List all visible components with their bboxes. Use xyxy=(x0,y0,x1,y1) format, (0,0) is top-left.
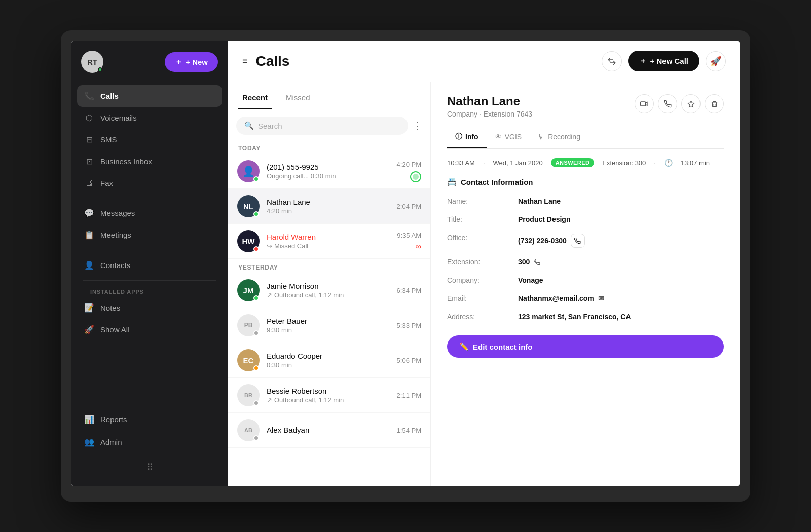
favorite-button[interactable] xyxy=(681,94,701,113)
online-status-dot xyxy=(98,67,102,72)
contact-card-icon: 📇 xyxy=(447,177,457,186)
sidebar-item-business-inbox[interactable]: ⊡ Business Inbox xyxy=(77,150,222,172)
call-item[interactable]: JM Jamie Morrison ↗ Outbound call, 1:12 … xyxy=(228,273,430,308)
delete-button[interactable] xyxy=(705,94,724,113)
status-dot xyxy=(253,330,259,336)
call-item[interactable]: PB Peter Bauer 9:30 min 5:33 PM xyxy=(228,308,430,343)
call-item[interactable]: HW Harold Warren ↪ Missed Call xyxy=(228,224,430,259)
microphone-icon: 🎙 xyxy=(538,133,545,141)
nav-divider-3 xyxy=(83,280,216,281)
detail-tab-info[interactable]: ⓘ Info xyxy=(447,127,487,148)
installed-apps-label: INSTALLED APPS xyxy=(77,285,222,297)
sidebar-item-admin[interactable]: 👥 Admin xyxy=(77,431,222,453)
call-sub: 4:20 min xyxy=(267,207,390,215)
meta-separator-2: · xyxy=(654,159,656,167)
call-item[interactable]: AB Alex Badyan 1:54 PM xyxy=(228,413,430,448)
new-button-label: + New xyxy=(186,58,208,66)
call-name: Bessie Robertson xyxy=(267,387,390,395)
call-sub: 9:30 min xyxy=(267,326,390,334)
contact-info-label: Contact Information xyxy=(461,178,533,186)
show-all-icon: 🚀 xyxy=(84,325,94,334)
call-avatar: 👤 xyxy=(237,160,260,182)
detail-actions xyxy=(635,94,724,113)
contacts-icon: 👤 xyxy=(84,260,94,270)
call-item[interactable]: EC Eduardo Cooper 0:30 min 5:06 PM xyxy=(228,343,430,378)
sidebar-item-messages[interactable]: 💬 Messages xyxy=(77,202,222,224)
nav-divider-4 xyxy=(77,398,222,398)
transfer-icon-button[interactable] xyxy=(602,51,622,71)
status-dot xyxy=(253,176,259,182)
meetings-icon: 📋 xyxy=(84,230,94,240)
field-email-value: Nathanmx@email.com ✉ xyxy=(518,292,724,305)
field-title-label: Title: xyxy=(447,213,518,226)
sidebar-item-meetings[interactable]: 📋 Meetings xyxy=(77,224,222,246)
ongoing-call-indicator xyxy=(410,171,421,182)
call-time: 5:33 PM xyxy=(397,322,421,329)
sidebar-item-fax[interactable]: 🖨 Fax xyxy=(77,172,222,194)
contact-info-grid: Name: Nathan Lane Title: Product Design … xyxy=(447,195,724,323)
more-options-icon[interactable]: ⋮ xyxy=(413,120,422,131)
phone-ext-icon xyxy=(534,259,540,265)
fax-icon: 🖨 xyxy=(84,178,94,187)
plus-icon: ＋ xyxy=(175,57,182,67)
sidebar-item-calls-label: Calls xyxy=(100,92,119,100)
call-list-panel: Recent Missed 🔍 ⋮ TODAY xyxy=(228,82,431,486)
detail-tab-vgis[interactable]: 👁 VGIS xyxy=(487,127,530,148)
call-button[interactable] xyxy=(658,94,677,113)
rocket-button[interactable]: 🚀 xyxy=(706,51,726,71)
messages-icon: 💬 xyxy=(84,208,94,218)
field-company-value: Vonage xyxy=(518,274,724,287)
call-info: (201) 555-9925 Ongoing call... 0:30 min xyxy=(267,163,390,180)
call-item[interactable]: 👤 (201) 555-9925 Ongoing call... 0:30 mi… xyxy=(228,154,430,189)
tab-missed[interactable]: Missed xyxy=(282,88,314,109)
sidebar-item-sms[interactable]: ⊟ SMS xyxy=(77,129,222,150)
sidebar-item-calls[interactable]: 📞 Calls xyxy=(77,85,222,107)
clock-icon: 🕐 xyxy=(664,159,673,167)
call-name: Eduardo Cooper xyxy=(267,352,390,360)
call-sub: ↪ Missed Call xyxy=(267,242,390,250)
call-info: Jamie Morrison ↗ Outbound call, 1:12 min xyxy=(267,282,390,299)
call-avatar: JM xyxy=(237,279,260,301)
video-call-button[interactable] xyxy=(635,94,654,113)
sidebar-item-show-all[interactable]: 🚀 Show All xyxy=(77,319,222,340)
sidebar-item-notes[interactable]: 📝 Notes xyxy=(77,297,222,319)
dialpad-button[interactable]: ⠿ xyxy=(140,458,159,476)
user-avatar: RT xyxy=(81,51,103,73)
hamburger-icon[interactable]: ≡ xyxy=(242,56,248,66)
sidebar-item-contacts[interactable]: 👤 Contacts xyxy=(77,254,222,276)
reports-icon: 📊 xyxy=(84,414,94,424)
edit-contact-button[interactable]: ✏️ Edit contact info xyxy=(447,335,724,358)
contact-name: Nathan Lane xyxy=(447,94,532,108)
call-office-button[interactable] xyxy=(571,234,585,248)
answered-badge: Answered xyxy=(551,158,595,167)
outbound-arrow-icon: ↗ xyxy=(267,396,272,404)
detail-tab-recording[interactable]: 🎙 Recording xyxy=(530,127,588,148)
missed-call-arrow-icon: ↪ xyxy=(267,242,272,250)
sidebar-item-reports-label: Reports xyxy=(100,415,127,424)
call-meta-row: 10:33 AM · Wed, 1 Jan 2020 Answered Exte… xyxy=(447,158,724,167)
detail-panel: Nathan Lane Company · Extension 7643 xyxy=(431,82,740,486)
call-name: Harold Warren xyxy=(267,233,390,241)
new-call-button[interactable]: ＋ + New Call xyxy=(628,51,699,71)
sidebar-item-voicemails-label: Voicemails xyxy=(100,113,137,122)
call-avatar: HW xyxy=(237,230,260,252)
sidebar: RT ＋ + New 📞 Calls ⬡ Voicemails xyxy=(71,41,228,486)
call-name: (201) 555-9925 xyxy=(267,163,390,171)
header-right: ＋ + New Call 🚀 xyxy=(602,51,726,71)
call-name: Alex Badyan xyxy=(267,426,390,434)
tab-recent[interactable]: Recent xyxy=(238,88,272,109)
search-input-wrap: 🔍 xyxy=(236,117,408,135)
status-dot xyxy=(253,365,259,371)
call-name: Jamie Morrison xyxy=(267,282,390,290)
field-address-value: 123 market St, San Francisco, CA xyxy=(518,310,724,323)
call-info: Eduardo Cooper 0:30 min xyxy=(267,352,390,369)
call-item[interactable]: BR Bessie Robertson ↗ Outbound call, 1:1… xyxy=(228,378,430,413)
call-item[interactable]: NL Nathan Lane 4:20 min 2:04 PM xyxy=(228,189,430,224)
call-duration-meta: 13:07 min xyxy=(681,159,710,167)
sidebar-item-voicemails[interactable]: ⬡ Voicemails xyxy=(77,107,222,129)
new-button[interactable]: ＋ + New xyxy=(165,52,218,72)
sidebar-bottom: 📊 Reports 👥 Admin ⠿ xyxy=(71,400,228,486)
sidebar-item-reports[interactable]: 📊 Reports xyxy=(77,408,222,430)
call-info: Peter Bauer 9:30 min xyxy=(267,317,390,334)
search-input[interactable] xyxy=(258,122,400,130)
